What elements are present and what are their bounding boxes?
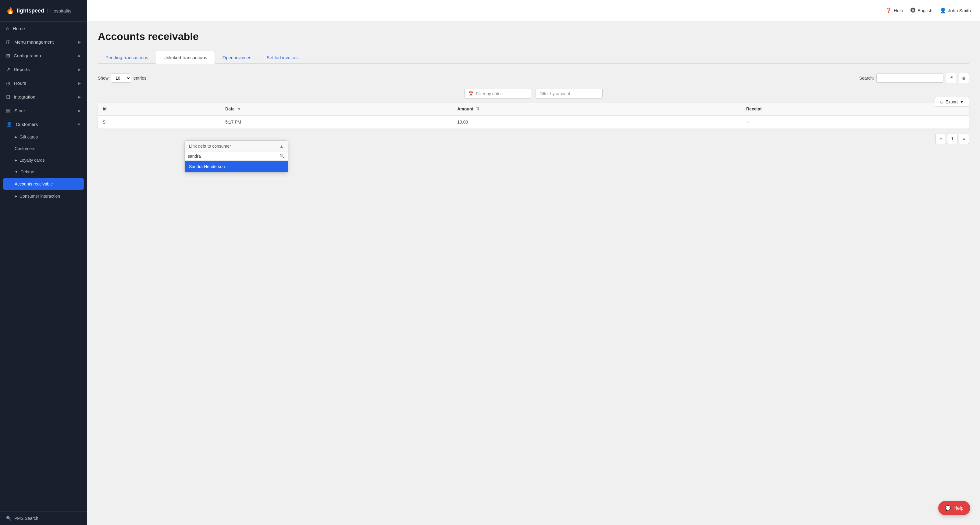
sidebar-item-menu-management[interactable]: ◫ Menu management ▶	[0, 35, 87, 49]
page-title: Accounts receivable	[98, 30, 969, 42]
sidebar-item-home-label: Home	[13, 26, 25, 31]
sidebar-item-customers[interactable]: 👤 Customers ▼	[0, 117, 87, 131]
sidebar-item-customers-sub[interactable]: Customers	[0, 143, 87, 154]
tab-settled-invoices[interactable]: Settled invoices	[259, 51, 306, 64]
stock-icon: ▤	[6, 108, 11, 113]
chevron-right-icon-5: ▶	[78, 95, 81, 99]
current-page[interactable]: 1	[947, 134, 958, 144]
topbar-help[interactable]: ❓ Help	[886, 7, 903, 14]
sidebar-item-customers-sub-label: Customers	[14, 146, 35, 151]
sidebar-item-loyalty-cards-label: Loyalty cards	[19, 158, 45, 163]
sidebar-item-consumer-interaction[interactable]: ▶ Consumer interaction	[0, 190, 87, 202]
sidebar-item-accounts-receivable[interactable]: Accounts receivable	[3, 178, 84, 190]
export-chevron-icon: ▼	[959, 99, 964, 104]
dropdown-close-icon[interactable]: ▲	[280, 144, 283, 148]
home-icon: ⌂	[6, 26, 9, 31]
dropdown-placeholder: Link debt to consumer	[189, 144, 231, 148]
sidebar-item-reports-label: Reports	[14, 67, 30, 72]
export-icon: ⊙	[940, 99, 944, 104]
chevron-right-icon-ci: ▶	[14, 194, 17, 198]
clear-button[interactable]: ⊗	[959, 73, 969, 83]
chevron-down-icon-d: ▼	[14, 170, 18, 174]
toolbar-row: Show 10 25 50 100 entries Search: ↺	[98, 73, 969, 83]
sidebar-item-pms-search[interactable]: 🔍 PMS Search	[0, 511, 87, 525]
search-input[interactable]	[877, 73, 943, 83]
pms-search-icon: 🔍	[6, 516, 11, 521]
sort-date-icon: ▼	[237, 107, 241, 111]
sidebar-item-debtors[interactable]: ▼ Debtors	[0, 166, 87, 177]
help-bubble-icon: 💬	[945, 505, 951, 511]
user-icon: 👤	[940, 7, 946, 14]
refresh-icon: ↺	[949, 75, 953, 81]
customers-icon: 👤	[6, 121, 12, 127]
dropdown-search-row: 🔍	[185, 152, 288, 161]
topbar-user[interactable]: 👤 John Smith	[940, 7, 971, 14]
sort-amount-icon: ⇅	[476, 107, 479, 111]
refresh-button[interactable]: ↺	[946, 73, 956, 83]
col-id: id	[98, 103, 220, 115]
logo-product: Hospitality	[50, 8, 71, 13]
logo: 🔥 lightspeed | Hospitality	[0, 0, 87, 22]
dropdown-option-sandra[interactable]: Sandra Henderson	[185, 161, 288, 172]
show-entries: Show 10 25 50 100 entries	[98, 73, 146, 83]
dropdown-header: Link debt to consumer ▲	[185, 140, 288, 152]
tab-unlinked[interactable]: Unlinked transactions	[156, 51, 215, 64]
sidebar-item-ar-label: Accounts receivable	[14, 182, 53, 187]
sidebar-item-stock[interactable]: ▤ Stock ▶	[0, 104, 87, 117]
sidebar-item-gift-cards-label: Gift cards	[19, 134, 38, 139]
cell-receipt[interactable]: ≡	[741, 115, 969, 129]
sidebar: 🔥 lightspeed | Hospitality ⌂ Home ◫ Menu…	[0, 0, 87, 525]
reports-icon: ↗	[6, 67, 10, 72]
dropdown-search-input[interactable]	[188, 154, 278, 159]
tab-pending[interactable]: Pending transactions	[98, 51, 156, 64]
filter-date[interactable]: 📅 Filter by date	[464, 89, 531, 99]
col-amount[interactable]: Amount ⇅	[452, 103, 741, 115]
topbar-help-label: Help	[894, 8, 903, 13]
sidebar-item-integration-label: Integration	[14, 94, 35, 99]
chevron-right-icon-6: ▶	[78, 109, 81, 113]
chevron-right-icon-2: ▶	[78, 54, 81, 58]
chevron-right-icon-lc: ▶	[14, 158, 17, 162]
filter-amount[interactable]: Filter by amount	[536, 89, 603, 99]
dropdown-search-icon: 🔍	[280, 154, 285, 159]
col-date[interactable]: Date ▼	[220, 103, 452, 115]
configuration-icon: ⊞	[6, 53, 10, 59]
logo-divider: |	[47, 8, 48, 13]
prev-page-button[interactable]: «	[935, 134, 946, 144]
cell-id: S	[98, 115, 220, 129]
integration-icon: ⊟	[6, 94, 10, 100]
help-circle-icon: ❓	[886, 7, 892, 14]
next-page-button[interactable]: »	[959, 134, 969, 144]
sidebar-item-hours-label: Hours	[14, 81, 26, 86]
sidebar-item-loyalty-cards[interactable]: ▶ Loyalty cards	[0, 154, 87, 166]
entries-select[interactable]: 10 25 50 100	[111, 73, 131, 83]
tab-open-invoices[interactable]: Open invoices	[215, 51, 259, 64]
export-button[interactable]: ⊙ Export ▼	[935, 97, 969, 107]
sidebar-item-reports[interactable]: ↗ Reports ▶	[0, 62, 87, 76]
chevron-right-icon: ▶	[78, 40, 81, 44]
language-icon: 🅐	[910, 8, 916, 14]
sidebar-item-menu-label: Menu management	[14, 39, 54, 45]
sidebar-item-stock-label: Stock	[14, 108, 26, 113]
main-area: ❓ Help 🅐 English 👤 John Smith Accounts r…	[87, 0, 980, 525]
topbar-language[interactable]: 🅐 English	[910, 8, 932, 14]
sidebar-item-consumer-interaction-label: Consumer interaction	[19, 194, 60, 199]
topbar-language-label: English	[918, 8, 932, 13]
link-debt-dropdown: Link debt to consumer ▲ 🔍 Sandra Henders…	[185, 140, 288, 173]
sidebar-item-gift-cards[interactable]: ▶ Gift cards	[0, 131, 87, 143]
filter-date-placeholder: Filter by date	[476, 91, 501, 96]
chevron-right-icon-4: ▶	[78, 81, 81, 85]
tabs-bar: Pending transactions Unlinked transactio…	[98, 51, 969, 64]
clear-icon: ⊗	[962, 75, 966, 81]
help-float-label: Help	[953, 506, 964, 511]
help-float-button[interactable]: 💬 Help	[938, 501, 970, 515]
sidebar-item-hours[interactable]: ◷ Hours ▶	[0, 76, 87, 90]
search-label: Search:	[859, 76, 874, 81]
receipt-icon[interactable]: ≡	[746, 119, 749, 124]
logo-name: lightspeed	[17, 8, 44, 14]
sidebar-item-home[interactable]: ⌂ Home	[0, 22, 87, 35]
sidebar-item-integration[interactable]: ⊟ Integration ▶	[0, 90, 87, 104]
sidebar-item-debtors-label: Debtors	[21, 169, 35, 174]
sidebar-item-configuration[interactable]: ⊞ Configuration ▶	[0, 49, 87, 62]
export-label: Export	[945, 99, 958, 104]
